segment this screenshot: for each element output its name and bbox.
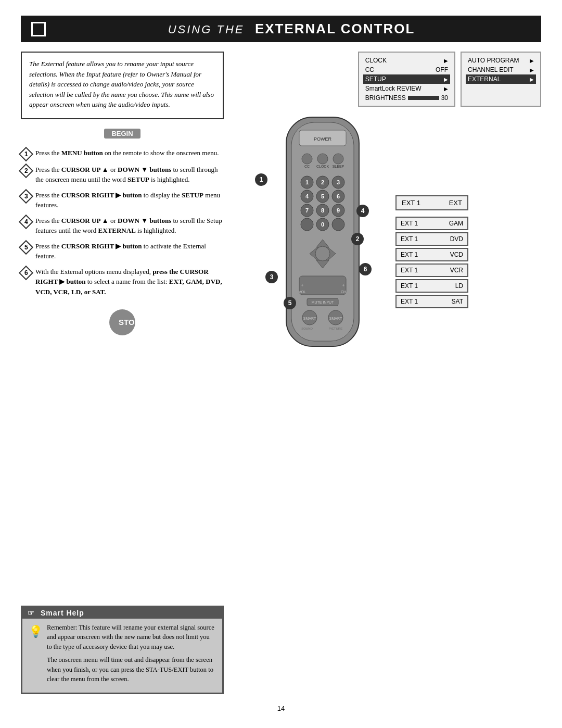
svg-point-4 bbox=[302, 154, 312, 164]
menu-smartlock-arrow: ▶ bbox=[444, 86, 448, 92]
ext-dvd-value: DVD bbox=[450, 235, 463, 243]
smart-help-p2: The onscreen menu will time out and disa… bbox=[47, 655, 216, 684]
svg-text:9: 9 bbox=[337, 207, 340, 214]
svg-text:PICTURE: PICTURE bbox=[329, 327, 342, 330]
ext-main-label: EXT 1 bbox=[402, 199, 420, 207]
ext-ld-value: LD bbox=[455, 282, 463, 290]
callout-6: 6 bbox=[359, 263, 372, 275]
menu-box-1: CLOCK ▶ CC OFF SETUP ▶ SmartLock REVIEW … bbox=[358, 52, 455, 107]
menu-clock-arrow: ▶ bbox=[444, 58, 448, 64]
svg-text:SOUND: SOUND bbox=[301, 327, 313, 330]
intro-box: The External feature allows you to renam… bbox=[21, 52, 224, 119]
page-number: 14 bbox=[277, 705, 285, 712]
bulb-icon: 💡 bbox=[29, 623, 43, 640]
svg-text:+: + bbox=[301, 283, 303, 288]
begin-badge: BEGIN bbox=[104, 129, 140, 139]
step-5-num: 5 bbox=[19, 240, 33, 254]
svg-text:4: 4 bbox=[305, 193, 309, 199]
svg-text:CLOCK: CLOCK bbox=[316, 165, 329, 168]
menu-autoprog-label: AUTO PROGRAM bbox=[468, 57, 519, 64]
callout-4: 4 bbox=[356, 205, 369, 217]
remote-section: POWER CC CLOCK SLEEP 1 2 bbox=[234, 112, 541, 364]
smart-help-box: ☞ Smart Help 💡 Remember: This feature wi… bbox=[21, 606, 224, 695]
right-column: CLOCK ▶ CC OFF SETUP ▶ SmartLock REVIEW … bbox=[234, 52, 541, 694]
remote-svg: POWER CC CLOCK SLEEP 1 2 bbox=[255, 112, 390, 362]
svg-point-31 bbox=[332, 218, 344, 231]
svg-text:8: 8 bbox=[321, 207, 324, 214]
menu-row-setup: SETUP ▶ bbox=[363, 74, 450, 84]
menu-chanedit-label: CHANNEL EDIT bbox=[468, 66, 514, 73]
step-6: 6 With the External options menu display… bbox=[21, 267, 224, 297]
tv-menus-area: CLOCK ▶ CC OFF SETUP ▶ SmartLock REVIEW … bbox=[234, 52, 541, 107]
svg-text:VOL: VOL bbox=[299, 290, 306, 294]
stop-area: STOP bbox=[21, 307, 224, 335]
callout-2: 2 bbox=[351, 233, 364, 245]
menu-box-2: AUTO PROGRAM ▶ CHANNEL EDIT ▶ EXTERNAL ▶ bbox=[461, 52, 541, 107]
svg-text:SLEEP: SLEEP bbox=[333, 165, 344, 168]
svg-point-6 bbox=[333, 154, 343, 164]
svg-text:+: + bbox=[342, 283, 344, 288]
begin-area: BEGIN bbox=[21, 125, 224, 142]
ext-vcd-box: EXT 1 VCD bbox=[395, 248, 468, 261]
page-number-area: 14 bbox=[21, 705, 541, 712]
step-6-num: 6 bbox=[19, 265, 33, 280]
step-1-content: Press the MENU button on the remote to s… bbox=[35, 148, 224, 158]
menu-smartlock-label: SmartLock REVIEW bbox=[365, 85, 422, 92]
ext-dvd-label: EXT 1 bbox=[401, 235, 418, 243]
menu-cc-label: CC bbox=[365, 66, 374, 73]
menu-row-cc: CC OFF bbox=[363, 65, 450, 74]
menu-row-external: EXTERNAL ▶ bbox=[466, 74, 536, 84]
steps-area: 1 Press the MENU button on the remote to… bbox=[21, 148, 224, 297]
brightness-bar bbox=[408, 96, 439, 100]
ext-sat-label: EXT 1 bbox=[401, 298, 418, 305]
svg-text:7: 7 bbox=[305, 207, 309, 214]
ext-ld-label: EXT 1 bbox=[401, 282, 418, 290]
step-4-content: Press the CURSOR UP ▲ or DOWN ▼ buttons … bbox=[35, 216, 224, 236]
ext-vcr-box: EXT 1 VCR bbox=[395, 263, 468, 277]
menu-setup-arrow: ▶ bbox=[444, 77, 448, 82]
menu-row-autoprog: AUTO PROGRAM ▶ bbox=[466, 56, 536, 65]
svg-point-5 bbox=[317, 154, 328, 164]
ext-panels: EXT 1 EXT EXT 1 GAM EXT 1 DVD EXT 1 VC bbox=[395, 195, 468, 308]
intro-text: The External feature allows you to renam… bbox=[29, 59, 215, 110]
step-4: 4 Press the CURSOR UP ▲ or DOWN ▼ button… bbox=[21, 216, 224, 236]
ext-vcr-label: EXT 1 bbox=[401, 267, 418, 274]
callout-1: 1 bbox=[255, 173, 267, 186]
svg-text:3: 3 bbox=[337, 179, 340, 185]
smart-help-content: 💡 Remember: This feature will rename you… bbox=[29, 623, 216, 688]
smart-help-icon: ☞ bbox=[28, 609, 35, 617]
ext-ld-box: EXT 1 LD bbox=[395, 279, 468, 293]
svg-text:6: 6 bbox=[337, 193, 340, 199]
step-1-num: 1 bbox=[19, 146, 33, 161]
menu-row-chanedit: CHANNEL EDIT ▶ bbox=[466, 65, 536, 74]
ext-vcd-label: EXT 1 bbox=[401, 251, 418, 258]
svg-text:POWER: POWER bbox=[314, 136, 332, 142]
ext-gam-box: EXT 1 GAM bbox=[395, 217, 468, 230]
menu-clock-label: CLOCK bbox=[365, 57, 387, 64]
page-title: Using the External Control bbox=[52, 21, 531, 37]
svg-text:5: 5 bbox=[321, 193, 324, 199]
smart-help-p1: Remember: This feature will rename your … bbox=[47, 623, 216, 652]
step-3-num: 3 bbox=[19, 189, 33, 203]
stop-badge: STOP bbox=[109, 309, 135, 335]
step-3-content: Press the CURSOR RIGHT ▶ button to displ… bbox=[35, 190, 224, 210]
page-container: Using the External Control The External … bbox=[0, 0, 562, 728]
step-2: 2 Press the CURSOR UP ▲ or DOWN ▼ button… bbox=[21, 165, 224, 185]
menu-row-smartlock: SmartLock REVIEW ▶ bbox=[363, 84, 450, 93]
title-main: External Control bbox=[255, 21, 415, 36]
callout-5: 5 bbox=[284, 297, 296, 309]
svg-text:2: 2 bbox=[321, 179, 324, 185]
ext-main-box: EXT 1 EXT bbox=[395, 195, 468, 210]
svg-point-28 bbox=[301, 218, 313, 231]
svg-text:CC: CC bbox=[304, 165, 310, 168]
ext-vcr-value: VCR bbox=[450, 267, 463, 274]
svg-point-36 bbox=[315, 246, 330, 261]
ext-dvd-box: EXT 1 DVD bbox=[395, 232, 468, 246]
title-box-decoration bbox=[31, 22, 46, 36]
step-5-content: Press the CURSOR RIGHT ▶ button to activ… bbox=[35, 241, 224, 261]
title-bar: Using the External Control bbox=[21, 16, 541, 42]
step-2-num: 2 bbox=[19, 163, 33, 178]
smart-help-title: ☞ Smart Help bbox=[22, 607, 222, 619]
svg-text:0: 0 bbox=[321, 221, 324, 228]
main-content: The External feature allows you to renam… bbox=[21, 52, 541, 694]
